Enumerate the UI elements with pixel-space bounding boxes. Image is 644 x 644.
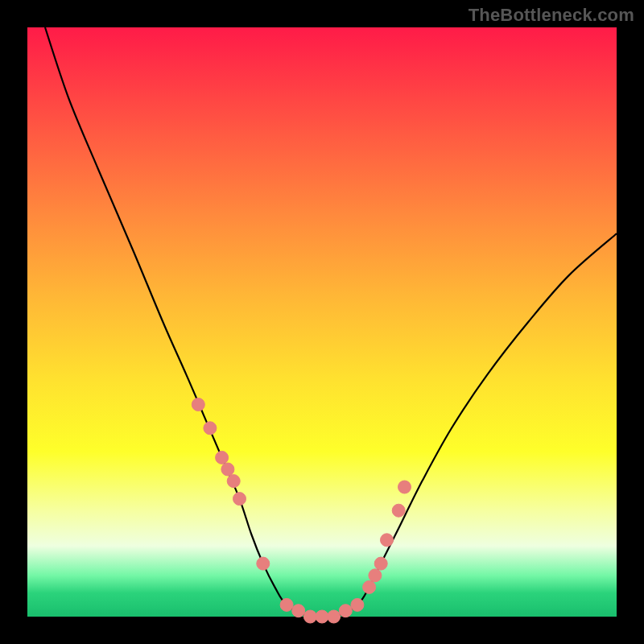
- highlight-dot: [204, 422, 217, 435]
- chart-overlay: [27, 27, 617, 617]
- highlight-dot: [381, 534, 394, 547]
- highlight-dot: [328, 610, 341, 623]
- curve-group: [45, 27, 617, 618]
- highlight-dot: [392, 504, 405, 517]
- highlight-dot: [192, 398, 204, 411]
- highlight-dot: [374, 557, 387, 570]
- highlight-dots-group: [192, 398, 411, 624]
- highlight-dot: [227, 475, 240, 488]
- highlight-dot: [303, 610, 316, 623]
- highlight-dot: [398, 481, 411, 493]
- highlight-dot: [339, 605, 352, 617]
- highlight-dot: [369, 569, 382, 582]
- highlight-dot: [280, 598, 293, 611]
- watermark-text: TheBottleneck.com: [469, 5, 634, 26]
- bottleneck-curve: [45, 27, 617, 618]
- highlight-dot: [351, 598, 364, 611]
- highlight-dot: [233, 493, 246, 506]
- highlight-dot: [216, 451, 229, 464]
- highlight-dot: [363, 580, 376, 593]
- highlight-dot: [292, 605, 305, 617]
- highlight-dot: [221, 463, 234, 476]
- highlight-dot: [257, 557, 270, 570]
- highlight-dot: [316, 610, 328, 623]
